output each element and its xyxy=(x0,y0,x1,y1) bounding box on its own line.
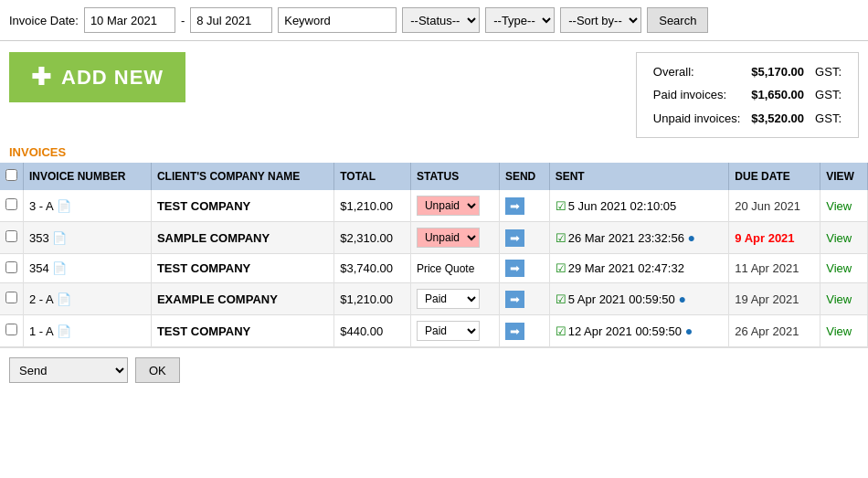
view-link[interactable]: View xyxy=(826,199,852,213)
send-cell[interactable]: ➡ xyxy=(499,315,549,347)
row-checkbox-cell[interactable] xyxy=(0,315,24,347)
send-cell[interactable]: ➡ xyxy=(499,222,549,254)
pdf-icon[interactable]: 📄 xyxy=(52,261,67,275)
status-cell[interactable]: UnpaidPaid xyxy=(410,190,499,222)
send-icon[interactable]: ➡ xyxy=(505,291,524,308)
row-checkbox[interactable] xyxy=(5,230,17,242)
view-link[interactable]: View xyxy=(826,324,852,338)
select-all-checkbox[interactable] xyxy=(5,169,17,181)
invoice-number-cell: 353 📄 xyxy=(24,222,152,254)
view-cell[interactable]: View xyxy=(820,315,868,347)
header-send: SEND xyxy=(499,163,549,190)
send-icon[interactable]: ➡ xyxy=(505,197,524,215)
search-button[interactable]: Search xyxy=(647,7,708,33)
sent-cell: ☑26 Mar 2021 23:32:56 ● xyxy=(549,222,729,254)
row-checkbox-cell[interactable] xyxy=(0,222,24,254)
row-checkbox[interactable] xyxy=(5,292,17,303)
type-select[interactable]: --Type-- xyxy=(485,7,555,33)
header-due-date: DUE DATE xyxy=(729,163,820,190)
company-name: EXAMPLE COMPANY xyxy=(157,292,278,306)
view-link[interactable]: View xyxy=(826,231,852,245)
status-select[interactable]: UnpaidPaid xyxy=(417,321,480,341)
paid-label: Paid invoices: xyxy=(648,83,746,106)
header-sent: SENT xyxy=(549,163,729,190)
due-date-cell: 19 Apr 2021 xyxy=(729,283,820,315)
due-date: 20 Jun 2021 xyxy=(735,199,800,213)
send-icon[interactable]: ➡ xyxy=(505,260,524,277)
due-date: 9 Apr 2021 xyxy=(735,231,794,245)
status-cell[interactable]: UnpaidPaid xyxy=(410,222,499,254)
keyword-input[interactable] xyxy=(278,7,397,33)
date-separator: - xyxy=(181,14,185,27)
sort-select[interactable]: --Sort by-- xyxy=(560,7,641,33)
header-view: VIEW xyxy=(820,163,868,190)
due-date-cell: 26 Apr 2021 xyxy=(729,315,820,347)
sent-cell: ☑5 Apr 2021 00:59:50 ● xyxy=(549,283,729,315)
status-cell[interactable]: Price Quote xyxy=(410,254,499,283)
status-select[interactable]: --Status-- xyxy=(402,7,480,33)
status-select[interactable]: UnpaidPaid xyxy=(417,289,480,309)
status-select[interactable]: UnpaidPaid xyxy=(417,228,480,248)
sent-info-icon[interactable]: ● xyxy=(678,292,685,306)
row-checkbox[interactable] xyxy=(5,261,17,273)
filter-bar: Invoice Date: - --Status-- --Type-- --So… xyxy=(0,0,868,41)
view-cell[interactable]: View xyxy=(820,222,868,254)
total-cell: $3,740.00 xyxy=(334,254,411,283)
status-cell[interactable]: UnpaidPaid xyxy=(410,315,499,347)
total-cell: $1,210.00 xyxy=(334,190,411,222)
paid-amount: $1,650.00 xyxy=(746,83,810,106)
sent-info-icon[interactable]: ● xyxy=(688,230,695,245)
sent-date: 29 Mar 2021 02:47:32 xyxy=(568,261,684,275)
table-row: 3 - A 📄TEST COMPANY$1,210.00UnpaidPaid➡☑… xyxy=(0,190,868,222)
row-checkbox-cell[interactable] xyxy=(0,254,24,283)
header-company-name: CLIENT'S COMPANY NAME xyxy=(151,163,333,190)
status-select[interactable]: UnpaidPaid xyxy=(417,196,480,216)
company-name: TEST COMPANY xyxy=(157,324,250,338)
unpaid-amount: $3,520.00 xyxy=(746,107,810,130)
company-name: TEST COMPANY xyxy=(157,261,250,275)
pdf-icon[interactable]: 📄 xyxy=(52,231,67,245)
table-header-row: INVOICE NUMBER CLIENT'S COMPANY NAME TOT… xyxy=(0,163,868,190)
status-label: Price Quote xyxy=(417,262,474,275)
row-checkbox[interactable] xyxy=(5,324,17,335)
row-checkbox-cell[interactable] xyxy=(0,283,24,315)
row-checkbox-cell[interactable] xyxy=(0,190,24,222)
sent-check-icon: ☑ xyxy=(556,231,566,245)
table-row: 2 - A 📄EXAMPLE COMPANY$1,210.00UnpaidPai… xyxy=(0,283,868,315)
view-cell[interactable]: View xyxy=(820,254,868,283)
sent-info-icon[interactable]: ● xyxy=(685,324,693,338)
ok-button[interactable]: OK xyxy=(135,357,180,383)
date-to-input[interactable] xyxy=(190,7,272,33)
send-cell[interactable]: ➡ xyxy=(499,283,549,315)
company-name: SAMPLE COMPANY xyxy=(157,231,270,245)
send-icon[interactable]: ➡ xyxy=(505,229,524,247)
pdf-icon[interactable]: 📄 xyxy=(57,199,71,213)
send-icon[interactable]: ➡ xyxy=(505,323,524,340)
bulk-action-select[interactable]: Send Delete Mark Paid Mark Unpaid xyxy=(9,357,128,383)
add-new-button[interactable]: ✚ ADD NEW xyxy=(9,52,185,102)
sent-check-icon: ☑ xyxy=(556,292,566,306)
header-total: TOTAL xyxy=(334,163,411,190)
company-name: TEST COMPANY xyxy=(157,199,250,213)
paid-gst-label: GST: xyxy=(810,83,847,106)
bottom-bar: Send Delete Mark Paid Mark Unpaid OK xyxy=(0,347,868,392)
view-cell[interactable]: View xyxy=(820,190,868,222)
sent-check-icon: ☑ xyxy=(556,199,566,213)
view-link[interactable]: View xyxy=(826,292,852,306)
view-cell[interactable]: View xyxy=(820,283,868,315)
overall-label: Overall: xyxy=(648,60,746,83)
invoice-number: 354 xyxy=(29,261,49,275)
header-checkbox-cell[interactable] xyxy=(0,163,24,190)
pdf-icon[interactable]: 📄 xyxy=(57,292,71,306)
view-link[interactable]: View xyxy=(826,261,852,275)
date-from-input[interactable] xyxy=(84,7,175,33)
invoice-number: 2 - A xyxy=(29,292,53,306)
due-date: 26 Apr 2021 xyxy=(735,324,799,338)
summary-box: Overall: $5,170.00 GST: Paid invoices: $… xyxy=(636,52,859,138)
pdf-icon[interactable]: 📄 xyxy=(57,324,71,338)
row-checkbox[interactable] xyxy=(5,198,17,210)
send-cell[interactable]: ➡ xyxy=(499,254,549,283)
send-cell[interactable]: ➡ xyxy=(499,190,549,222)
due-date: 11 Apr 2021 xyxy=(735,261,799,275)
status-cell[interactable]: UnpaidPaid xyxy=(410,283,499,315)
